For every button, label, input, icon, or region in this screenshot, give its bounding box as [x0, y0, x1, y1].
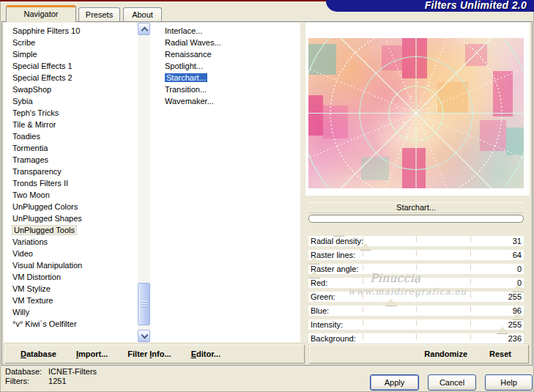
category-item[interactable]: VM Stylize	[4, 283, 138, 295]
toolbar-button-import[interactable]: Import...	[76, 350, 108, 358]
toolbar-button-filter-info[interactable]: Filter Info...	[127, 350, 171, 358]
category-item[interactable]: Willy	[4, 306, 138, 318]
category-item[interactable]: Teph's Tricks	[4, 107, 138, 119]
watermark-url: www.maidiregrafica.eu	[348, 286, 467, 297]
scrollbar-thumb[interactable]	[138, 283, 150, 325]
slider-thumb[interactable]	[385, 299, 397, 306]
slider-thumb[interactable]	[333, 229, 345, 236]
filter-item[interactable]: Spotlight...	[156, 60, 300, 72]
toolbar-right: RandomizeReset	[308, 344, 530, 364]
category-item-label: Toadies	[12, 132, 40, 141]
category-item[interactable]: UnPlugged Tools	[4, 224, 138, 236]
slider-value: 236	[508, 334, 522, 343]
category-item[interactable]: Transparency	[4, 166, 138, 177]
toolbar-button-label: atabase	[26, 350, 56, 358]
category-item[interactable]: Two Moon	[4, 189, 138, 201]
slider-track[interactable]: Radial density:31	[308, 236, 524, 246]
category-item[interactable]: Variations	[4, 236, 138, 248]
filter-item[interactable]: Transition...	[156, 84, 300, 95]
category-item[interactable]: VM Texture	[4, 295, 138, 306]
status-filters-value: 1251	[48, 377, 66, 385]
parameter-slider: Raster lines:64	[308, 246, 524, 260]
slider-tick	[416, 320, 417, 326]
category-item-label: VM Texture	[12, 296, 53, 305]
slider-tick	[363, 334, 363, 340]
slider-thumb[interactable]	[360, 243, 371, 250]
category-item-label: VM Stylize	[12, 284, 51, 293]
slider-track[interactable]: Background:236	[308, 333, 524, 344]
parameter-slider: Radial density:31	[308, 232, 524, 246]
category-scrollbar[interactable]	[138, 23, 150, 342]
slider-track[interactable]: Intensity:255	[308, 319, 524, 330]
category-item[interactable]: SwapShop	[4, 84, 138, 95]
category-item-label: Transparency	[12, 167, 62, 176]
window-title: Filters Unlimited 2.0	[425, 0, 527, 11]
filters-unlimited-dialog: Filters Unlimited 2.0 Navigator Presets …	[0, 0, 534, 392]
category-item[interactable]: Tramages	[4, 154, 138, 166]
filter-item[interactable]: Wavemaker...	[156, 95, 300, 107]
toolbar-button-label: ditor...	[196, 350, 220, 358]
slider-tick	[363, 251, 363, 256]
preview-pane	[305, 23, 530, 196]
slider-value: 31	[513, 237, 522, 245]
category-item[interactable]: Special Effects 1	[4, 60, 138, 72]
toolbar-button-database[interactable]: Database	[21, 350, 56, 358]
scrollbar-track[interactable]	[138, 35, 150, 330]
category-item-label: Visual Manipulation	[12, 261, 82, 270]
scroll-up-button[interactable]	[138, 23, 150, 35]
category-item-label: UnPlugged Colors	[12, 202, 78, 211]
category-item[interactable]: Special Effects 2	[4, 72, 138, 84]
toolbar-button-reset[interactable]: Reset	[489, 350, 511, 358]
cancel-button[interactable]: Cancel	[428, 374, 476, 391]
slider-tick	[470, 237, 471, 243]
slider-label: Blue:	[311, 306, 329, 315]
category-item[interactable]: VM Distortion	[4, 271, 138, 283]
slider-tick	[470, 278, 471, 284]
toolbar-button-editor[interactable]: Editor...	[191, 350, 220, 358]
category-item[interactable]: Tile & Mirror	[4, 119, 138, 130]
tab-navigator[interactable]: Navigator	[6, 5, 76, 22]
toolbar-button-label: Reset	[489, 350, 511, 358]
preview-image	[308, 38, 524, 188]
slider-thumb[interactable]	[308, 271, 320, 278]
tab-navigator-label: Navigator	[23, 10, 58, 18]
slider-thumb[interactable]	[512, 285, 524, 292]
slider-tick	[470, 334, 471, 340]
tab-about[interactable]: About	[123, 7, 162, 22]
filter-item-label: Renaissance	[165, 50, 212, 59]
category-item[interactable]: °v° Kiwi`s Oelfilter	[4, 318, 138, 330]
tab-presets[interactable]: Presets	[78, 7, 120, 22]
category-item[interactable]: Scribe	[4, 37, 138, 48]
tab-presets-label: Presets	[86, 10, 113, 19]
slider-track[interactable]: Blue:96	[308, 306, 524, 316]
category-item[interactable]: Video	[4, 248, 138, 259]
apply-button[interactable]: Apply	[370, 374, 419, 391]
toolbar-button-randomize[interactable]: Randomize	[424, 350, 467, 358]
filter-item[interactable]: Interlace...	[156, 25, 300, 37]
slider-track[interactable]: Raster lines:64	[308, 250, 524, 260]
category-item-label: Tronds Filters II	[12, 179, 68, 188]
filter-item[interactable]: Radial Waves...	[156, 37, 300, 48]
category-item[interactable]: Simple	[4, 48, 138, 60]
slider-thumb[interactable]	[512, 313, 524, 319]
selected-filter-caption: Starchart...	[308, 202, 524, 213]
category-item[interactable]: Toadies	[4, 130, 138, 142]
category-item[interactable]: UnPlugged Shapes	[4, 212, 138, 224]
category-item[interactable]: Sybia	[4, 95, 138, 107]
category-item[interactable]: Visual Manipulation	[4, 259, 138, 271]
filter-item[interactable]: Renaissance	[156, 48, 300, 60]
slider-thumb[interactable]	[497, 327, 508, 333]
filter-item[interactable]: Starchart...	[156, 72, 300, 84]
scroll-down-button[interactable]	[138, 330, 150, 342]
category-item[interactable]: Tronds Filters II	[4, 177, 138, 189]
slider-tick	[416, 237, 417, 243]
slider-thumb[interactable]	[308, 257, 320, 264]
category-list: Sapphire Filters 10ScribeSimpleSpecial E…	[4, 25, 138, 330]
help-button[interactable]: Help	[485, 374, 533, 391]
category-item[interactable]: Sapphire Filters 10	[4, 25, 138, 37]
parameter-slider: Background:236	[308, 330, 524, 344]
category-item[interactable]: UnPlugged Colors	[4, 201, 138, 212]
category-item[interactable]: Tormentia	[4, 142, 138, 154]
category-item-label: Tormentia	[12, 144, 48, 152]
slider-label: Green:	[311, 292, 335, 301]
